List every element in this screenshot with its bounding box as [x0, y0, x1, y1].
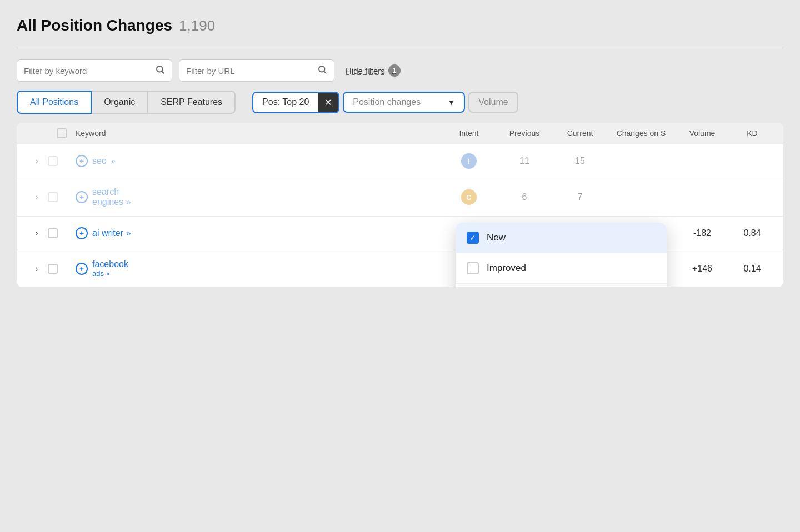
table-row-wrapper-seo: › + seo » I 11 15 [17, 144, 783, 178]
keyword-filter-input[interactable] [24, 66, 151, 76]
position-changes-dropdown-label: Position changes [353, 97, 421, 107]
keyword-text-ai-writer: ai writer » [92, 228, 131, 238]
chevron-down-icon: ▼ [447, 98, 455, 107]
intent-badge-search-engines: C [461, 189, 477, 205]
keyword-cell-search-engines: + search engines » [76, 187, 441, 207]
filters-row: Hide filters 1 [17, 59, 783, 82]
expand-button-seo[interactable]: › [26, 156, 48, 166]
kd-cell-ai-writer: 0.84 [730, 228, 774, 238]
intent-badge-seo: I [461, 153, 477, 169]
kd-cell-facebook: 0.14 [730, 264, 774, 274]
row-checkbox-ai-writer[interactable] [48, 228, 58, 238]
header-intent: Intent [441, 129, 497, 138]
header-previous: Previous [497, 129, 552, 138]
keyword-cell-seo: + seo » [76, 155, 441, 167]
intent-cell-seo: I [441, 153, 497, 169]
svg-line-3 [324, 71, 326, 73]
header-keyword: Keyword [76, 129, 441, 138]
table-row: › + search engines » C 6 7 [17, 178, 783, 216]
expand-button-search-engines[interactable]: › [26, 192, 48, 202]
expand-button-facebook[interactable]: › [26, 264, 48, 274]
tabs-row: All Positions Organic SERP Features Pos:… [17, 91, 783, 114]
page-count: 1,190 [179, 17, 215, 34]
header-changes: Changes on S [608, 129, 674, 138]
table-row-wrapper-ai-writer: › + ai writer » I 10 11 ↓1 -182 0.84 [17, 217, 783, 250]
table-area: Keyword Intent Previous Current Changes … [17, 123, 783, 287]
hide-filters-button[interactable]: Hide filters 1 [346, 64, 401, 77]
option-label-new: New [487, 232, 506, 243]
position-changes-dropdown-button[interactable]: Position changes ▼ [343, 92, 465, 113]
table-header: Keyword Intent Previous Current Changes … [17, 123, 783, 144]
table-row-wrapper-search-engines: › + search engines » C 6 7 [17, 178, 783, 217]
dropdown-option-improved[interactable]: Improved [456, 253, 667, 284]
checkmark-icon: ✓ [469, 233, 476, 242]
keyword-text-search-engines: search [92, 187, 131, 197]
option-label-improved: Improved [487, 263, 526, 274]
option-checkbox-new: ✓ [467, 232, 479, 244]
page: All Position Changes 1,190 Hide filters … [0, 0, 800, 532]
url-filter-input[interactable] [186, 66, 313, 76]
table-row-wrapper-facebook: › + facebook ads » N 10 7 ↑3 +146 0.14 [17, 250, 783, 287]
header-row: All Position Changes 1,190 [17, 17, 783, 34]
keyword-sub-facebook: ads » [92, 269, 128, 278]
position-filter-clear-button[interactable]: ✕ [318, 93, 338, 112]
position-filter-chip: Pos: Top 20 ✕ [252, 92, 339, 113]
option-checkbox-improved [467, 262, 479, 274]
tab-all-positions[interactable]: All Positions [17, 91, 92, 114]
position-filter-label: Pos: Top 20 [253, 93, 318, 112]
divider [17, 48, 783, 48]
keyword-text-facebook: facebook [92, 259, 128, 269]
dropdown-option-new[interactable]: ✓ New [456, 223, 667, 253]
tab-serp-features[interactable]: SERP Features [148, 91, 236, 114]
filters-badge: 1 [388, 64, 401, 77]
add-icon-ai-writer: + [76, 227, 88, 239]
url-search-icon [317, 64, 327, 77]
svg-line-1 [162, 71, 163, 73]
current-cell-search-engines: 7 [552, 192, 608, 202]
keyword-cell-facebook: + facebook ads » [76, 259, 441, 278]
volume-filter-partial: Volume [468, 92, 518, 113]
row-checkbox-seo[interactable] [48, 156, 58, 166]
keyword-search-icon [155, 64, 165, 77]
volume-cell-facebook: +146 [674, 264, 730, 274]
volume-cell-ai-writer: -182 [674, 228, 730, 238]
keyword-arrows-seo: » [111, 157, 116, 165]
row-checkbox-facebook[interactable] [48, 264, 58, 274]
header-volume: Volume [674, 129, 730, 138]
header-checkbox[interactable] [57, 128, 67, 138]
url-filter-box [179, 59, 334, 82]
expand-button-ai-writer[interactable]: › [26, 228, 48, 238]
table-row: › + facebook ads » N 10 7 ↑3 +146 0.14 [17, 250, 783, 287]
add-icon-search-engines: + [76, 191, 88, 203]
keyword-text-seo: seo [92, 156, 107, 166]
header-kd: KD [730, 129, 774, 138]
keyword-multiline-facebook: facebook ads » [92, 259, 128, 278]
tab-organic[interactable]: Organic [92, 91, 148, 114]
table-row: › + seo » I 11 15 [17, 144, 783, 178]
row-checkbox-search-engines[interactable] [48, 192, 58, 202]
position-changes-dropdown-menu: ✓ New Improved Declined Lost Apply [456, 223, 667, 287]
keyword-text-search-engines-2: engines » [92, 197, 131, 207]
page-title: All Position Changes [17, 17, 172, 34]
current-cell-seo: 15 [552, 156, 608, 166]
keyword-cell-ai-writer: + ai writer » [76, 227, 441, 239]
dropdown-option-declined[interactable]: Declined [456, 284, 667, 287]
add-icon-facebook: + [76, 263, 88, 275]
keyword-filter-box [17, 59, 172, 82]
table-row: › + ai writer » I 10 11 ↓1 -182 0.84 [17, 217, 783, 250]
previous-cell-seo: 11 [497, 156, 552, 166]
header-current: Current [552, 129, 608, 138]
intent-cell-search-engines: C [441, 189, 497, 205]
previous-cell-search-engines: 6 [497, 192, 552, 202]
add-icon-seo: + [76, 155, 88, 167]
